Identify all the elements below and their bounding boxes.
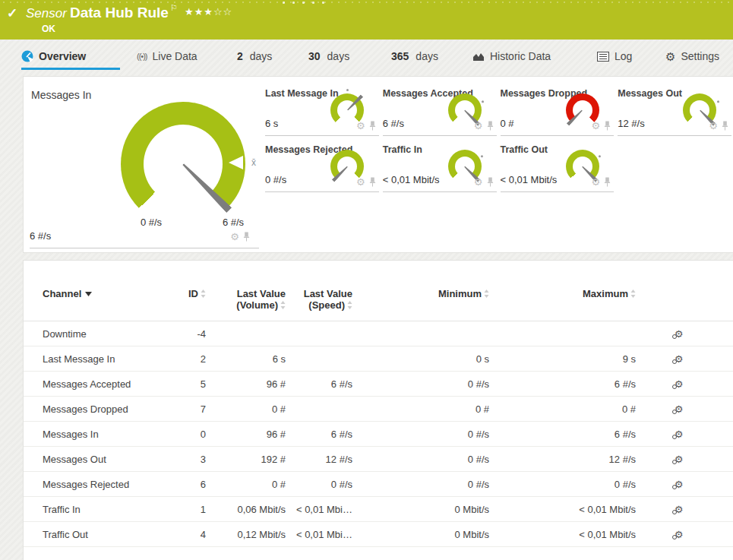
sensor-status-badge: OK	[42, 24, 55, 34]
edit-channel-icon[interactable]: ⚙	[675, 429, 684, 439]
cell-minimum: 0 s	[352, 353, 489, 365]
average-marker-notch	[229, 156, 243, 169]
gauge-tile[interactable]: Last Message In 6 s ⚙	[265, 84, 379, 136]
pin-icon[interactable]	[604, 177, 611, 187]
tab-2-days[interactable]: 2 days	[237, 50, 272, 62]
sort-desc-icon	[85, 292, 92, 296]
cell-last-value-volume: 0 #	[206, 403, 286, 415]
tab-365-days[interactable]: 365 days	[391, 50, 438, 62]
edit-channel-icon[interactable]: ⚙	[675, 454, 684, 464]
column-header-id[interactable]: ID	[179, 288, 206, 311]
pin-icon[interactable]	[369, 121, 376, 131]
cell-last-value-speed: 6 #/s	[286, 429, 352, 440]
column-header-minimum[interactable]: Minimum	[352, 288, 489, 311]
cell-channel: Downtime	[43, 328, 179, 340]
edit-channel-icon[interactable]: ⚙	[675, 505, 684, 514]
tab-30-days[interactable]: 30 days	[308, 50, 349, 62]
sort-icon	[280, 301, 286, 309]
pin-icon[interactable]	[487, 121, 494, 131]
priority-stars[interactable]: ★★★☆☆	[185, 6, 232, 17]
cell-channel: Messages Rejected	[43, 479, 179, 490]
cell-minimum: 0 #/s	[352, 479, 489, 490]
tab-live-data[interactable]: ((•)) Live Data	[137, 50, 197, 62]
tab-settings[interactable]: ⚙ Settings	[665, 50, 719, 62]
cell-channel: Messages Out	[43, 454, 179, 465]
cell-last-value-volume: 0,06 Mbit/s	[206, 504, 286, 515]
average-marker-label: x̄	[251, 157, 256, 168]
header-menu-dots	[283, 2, 324, 4]
gauge-icon	[21, 50, 33, 62]
cell-maximum: < 0,01 Mbit/s	[489, 504, 636, 515]
sensor-status-header: ✓ Sensor Data Hub Rule ⚐ ★★★☆☆ OK	[0, 0, 733, 40]
flag-icon: ⚐	[170, 3, 178, 13]
tab-label: days	[327, 50, 350, 62]
channel-settings-gear-icon[interactable]: ⚙	[356, 121, 365, 131]
cell-id: -4	[179, 328, 206, 340]
column-header-last-value-volume[interactable]: Last Value (Volume)	[206, 288, 286, 311]
gauge-tile[interactable]: Messages Rejected 0 #/s ⚙	[265, 141, 379, 192]
edit-channel-icon[interactable]: ⚙	[675, 354, 684, 364]
cell-maximum: < 0,01 Mbit/s	[489, 529, 636, 540]
channel-settings-gear-icon[interactable]: ⚙	[356, 177, 365, 187]
channel-table-body: Downtime -4 ⚙ Last Message In 2 6 s 0 s …	[24, 321, 733, 547]
channel-settings-gear-icon[interactable]: ⚙	[592, 121, 601, 131]
pin-icon[interactable]	[604, 121, 611, 131]
channel-settings-gear-icon[interactable]: ⚙	[709, 121, 718, 131]
cell-last-value-volume: 6 s	[206, 353, 286, 365]
cell-id: 1	[179, 504, 206, 515]
log-icon	[597, 52, 609, 62]
channel-settings-gear-icon[interactable]: ⚙	[230, 232, 239, 242]
gauge-tile[interactable]: Messages Dropped 0 # ⚙	[501, 84, 615, 136]
cell-maximum: 6 #/s	[489, 429, 636, 440]
edit-channel-icon[interactable]: ⚙	[675, 479, 684, 489]
channel-settings-gear-icon[interactable]: ⚙	[592, 177, 601, 187]
cell-channel: Messages In	[43, 429, 179, 440]
pin-icon[interactable]	[722, 121, 728, 131]
channel-settings-gear-icon[interactable]: ⚙	[474, 121, 483, 131]
cell-last-value-speed: 12 #/s	[286, 454, 352, 465]
table-row: Last Message In 2 6 s 0 s 9 s ⚙	[24, 346, 733, 372]
cell-maximum: 6 #/s	[489, 378, 636, 390]
tab-label: Historic Data	[490, 50, 551, 62]
edit-channel-icon[interactable]: ⚙	[675, 404, 684, 414]
tab-number: 2	[237, 50, 243, 62]
edit-channel-icon[interactable]: ⚙	[675, 329, 684, 339]
gauge-title: Traffic Out	[501, 144, 548, 155]
pin-icon[interactable]	[243, 232, 250, 242]
gauge-value: 6 s	[265, 118, 278, 129]
column-header-last-value-speed[interactable]: Last Value (Speed)	[286, 288, 352, 311]
tab-log[interactable]: Log	[597, 50, 632, 62]
tab-label: days	[415, 50, 438, 62]
channel-table-panel: Channel ID Last Value (Volume) Last Valu…	[23, 260, 733, 560]
tab-overview[interactable]: Overview	[21, 50, 120, 62]
stars-empty: ☆☆	[213, 6, 232, 17]
tab-label: days	[250, 50, 273, 62]
primary-gauge-tile[interactable]: Messages In x̄ 0 #/s 6 #/s 6 #/s ⚙	[30, 81, 259, 248]
small-gauges-grid: Last Message In 6 s ⚙	[265, 84, 731, 192]
gauge-tile[interactable]: Traffic In < 0,01 Mbit/s ⚙	[383, 141, 497, 192]
cell-minimum: 0 #/s	[352, 378, 489, 390]
pin-icon[interactable]	[369, 177, 376, 187]
cell-id: 3	[179, 454, 206, 465]
live-data-icon: ((•))	[137, 52, 147, 61]
tab-historic-data[interactable]: Historic Data	[472, 50, 551, 62]
edit-channel-icon[interactable]: ⚙	[675, 379, 684, 389]
gauge-value: 6 #/s	[383, 118, 404, 129]
cell-channel: Traffic In	[43, 504, 179, 515]
gauge-title: Messages Out	[618, 88, 682, 99]
prtg-sensor-page: ✓ Sensor Data Hub Rule ⚐ ★★★☆☆ OK Overvi…	[0, 0, 733, 560]
edit-channel-icon[interactable]: ⚙	[675, 530, 684, 539]
table-row: Downtime -4 ⚙	[24, 321, 733, 346]
column-header-maximum[interactable]: Maximum	[489, 288, 636, 311]
sort-icon	[630, 289, 636, 298]
column-header-channel[interactable]: Channel	[43, 288, 179, 311]
cell-maximum: 12 #/s	[489, 454, 636, 465]
tab-label: Log	[615, 50, 632, 62]
cell-minimum: 0 #	[352, 403, 489, 415]
gauge-tile[interactable]: Traffic Out < 0,01 Mbit/s ⚙	[501, 141, 615, 192]
gauge-tile[interactable]: Messages Accepted 6 #/s ⚙	[383, 84, 497, 136]
gauge-tile[interactable]: Messages Out 12 #/s ⚙	[618, 84, 731, 136]
channel-settings-gear-icon[interactable]: ⚙	[474, 177, 483, 187]
pin-icon[interactable]	[487, 177, 494, 187]
column-label: Last Value	[206, 288, 286, 299]
